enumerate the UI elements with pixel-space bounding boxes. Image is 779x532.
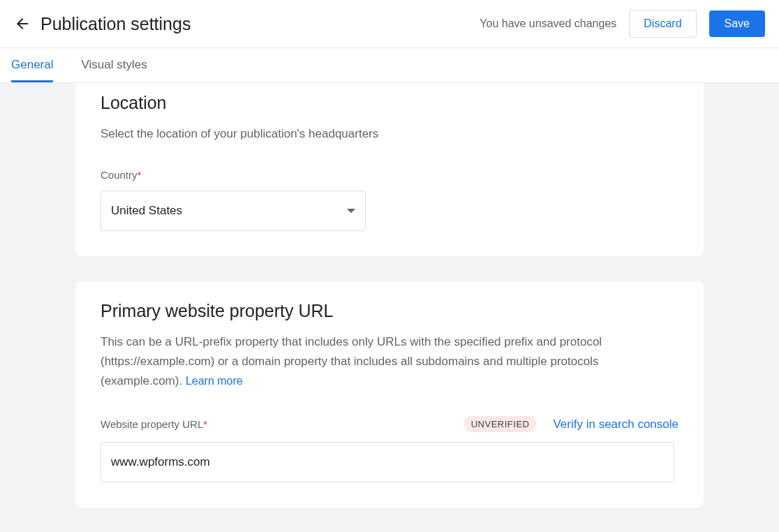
discard-button[interactable]: Discard [629, 10, 696, 38]
unverified-badge: UNVERIFIED [464, 416, 537, 432]
location-description: Select the location of your publication'… [101, 124, 678, 144]
country-select[interactable]: United States [101, 191, 366, 231]
verify-link[interactable]: Verify in search console [553, 418, 678, 431]
header-actions: You have unsaved changes Discard Save [480, 10, 765, 38]
learn-more-link[interactable]: Learn more [186, 375, 243, 387]
country-label-text: Country [101, 169, 138, 181]
property-url-label-text: Website property URL [101, 418, 203, 430]
property-url-label: Website property URL* [101, 418, 207, 430]
tab-visual-styles[interactable]: Visual styles [81, 48, 147, 82]
location-card: Location Select the location of your pub… [75, 83, 704, 256]
header: Publication settings You have unsaved ch… [0, 0, 779, 48]
property-url-row: Website property URL* UNVERIFIED Verify … [101, 416, 678, 432]
property-card: Primary website property URL This can be… [75, 281, 704, 508]
property-url-status: UNVERIFIED Verify in search console [464, 416, 678, 432]
property-title: Primary website property URL [101, 301, 678, 321]
tabs: General Visual styles [0, 48, 779, 83]
property-url-input[interactable] [101, 442, 674, 482]
required-indicator: * [138, 169, 142, 181]
property-description-text: This can be a URL-prefix property that i… [101, 335, 602, 387]
country-select-value: United States [111, 204, 182, 218]
property-description: This can be a URL-prefix property that i… [101, 332, 678, 391]
chevron-down-icon [347, 209, 355, 213]
content-area: Location Select the location of your pub… [0, 83, 779, 532]
unsaved-changes-text: You have unsaved changes [480, 17, 616, 30]
required-indicator: * [203, 418, 207, 430]
back-arrow-icon[interactable] [14, 15, 31, 32]
tab-general[interactable]: General [11, 48, 53, 82]
country-label: Country* [101, 169, 678, 181]
location-title: Location [101, 93, 678, 113]
page-title: Publication settings [40, 14, 480, 34]
save-button[interactable]: Save [709, 10, 765, 37]
